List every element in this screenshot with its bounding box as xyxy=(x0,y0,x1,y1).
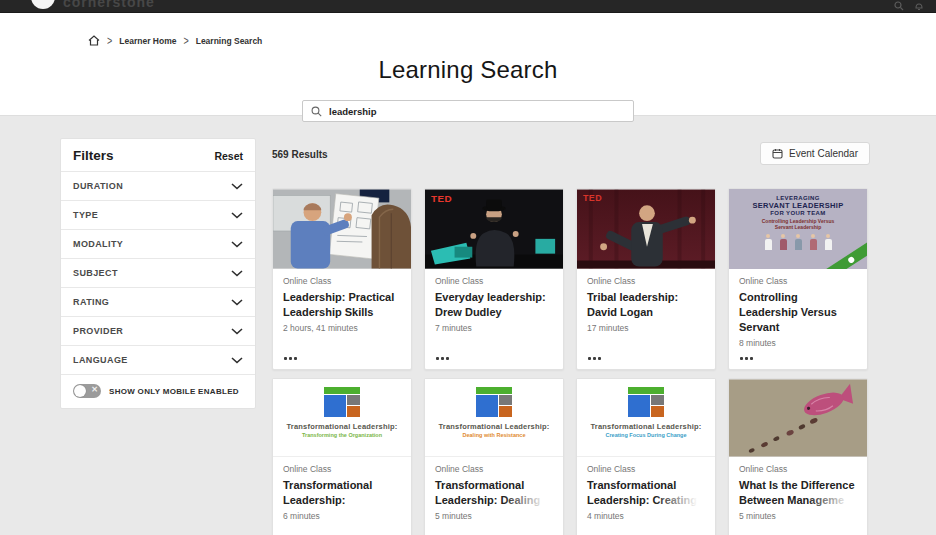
search-icon xyxy=(311,106,322,117)
course-card[interactable]: Transformational Leadership: Transformin… xyxy=(272,378,412,535)
course-thumbnail xyxy=(729,379,867,457)
course-type: Online Class xyxy=(435,464,553,474)
course-card[interactable]: TED Online Class Everyday leadership: Dr… xyxy=(424,188,564,370)
mosaic-logo xyxy=(324,387,360,417)
thumb-subtitle: Creating Focus During Change xyxy=(577,432,715,438)
notifications-bell-icon[interactable] xyxy=(914,1,924,11)
course-type: Online Class xyxy=(435,276,553,286)
course-duration: 6 minutes xyxy=(283,511,401,521)
filter-section-modality[interactable]: MODALITY xyxy=(61,229,255,258)
course-thumbnail: Transformational Leadership: Transformin… xyxy=(273,379,411,457)
filter-section-provider[interactable]: PROVIDER xyxy=(61,316,255,345)
more-options-icon[interactable] xyxy=(740,357,753,360)
thumb-subtitle: Dealing with Resistance xyxy=(425,432,563,438)
ted-logo: TED xyxy=(431,193,452,204)
course-type: Online Class xyxy=(739,276,857,286)
course-card[interactable]: LEVERAGING SERVANT LEADERSHIP FOR YOUR T… xyxy=(728,188,868,370)
home-icon[interactable] xyxy=(88,35,100,46)
more-options-icon[interactable] xyxy=(588,357,601,360)
course-card[interactable]: Transformational Leadership: Creating Fo… xyxy=(576,378,716,535)
breadcrumb-separator: > xyxy=(107,34,112,48)
course-card[interactable]: TED Online Class Tribal leadership: Davi… xyxy=(576,188,716,370)
breadcrumb-learning-search[interactable]: Learning Search xyxy=(196,36,263,46)
course-thumbnail: Transformational Leadership: Creating Fo… xyxy=(577,379,715,457)
course-duration: 8 minutes xyxy=(739,338,857,348)
mobile-enabled-toggle[interactable]: ✕ xyxy=(73,384,101,398)
poster-line: SERVANT LEADERSHIP xyxy=(729,201,867,210)
course-card[interactable]: Transformational Leadership: Dealing wit… xyxy=(424,378,564,535)
course-type: Online Class xyxy=(283,276,401,286)
chevron-down-icon xyxy=(231,270,243,277)
poster-line: FOR YOUR TEAM xyxy=(729,210,867,216)
filter-label: DURATION xyxy=(73,181,123,191)
course-duration: 4 minutes xyxy=(587,511,705,521)
breadcrumb-learner-home[interactable]: Learner Home xyxy=(119,36,176,46)
filter-label: LANGUAGE xyxy=(73,355,128,365)
mosaic-logo xyxy=(628,387,664,417)
course-title[interactable]: Leadership: Practical Leadership Skills xyxy=(283,290,401,320)
toggle-off-x-icon: ✕ xyxy=(91,385,98,394)
breadcrumb: > Learner Home > Learning Search xyxy=(88,35,262,46)
course-type: Online Class xyxy=(739,464,857,474)
search-icon[interactable] xyxy=(894,1,904,11)
course-title[interactable]: Transformational Leadership: Dealing xyxy=(435,478,553,508)
course-type: Online Class xyxy=(587,464,705,474)
course-title[interactable]: Tribal leadership: David Logan xyxy=(587,290,705,320)
poster-figures xyxy=(729,234,867,250)
top-navigation-bar: cornerstone xyxy=(0,0,936,13)
brand-name: cornerstone xyxy=(63,0,155,10)
brand-logo[interactable] xyxy=(31,0,55,9)
course-type: Online Class xyxy=(587,276,705,286)
course-card[interactable]: Online Class What Is the Difference Betw… xyxy=(728,378,868,535)
search-bar[interactable] xyxy=(302,100,634,122)
thumb-title: Transformational Leadership: xyxy=(425,422,563,431)
course-duration: 5 minutes xyxy=(435,511,553,521)
filter-section-language[interactable]: LANGUAGE xyxy=(61,345,255,374)
course-card[interactable]: Online Class Leadership: Practical Leade… xyxy=(272,188,412,370)
filter-section-subject[interactable]: SUBJECT xyxy=(61,258,255,287)
chevron-down-icon xyxy=(231,183,243,190)
course-duration: 5 minutes xyxy=(739,511,857,521)
course-title[interactable]: What Is the Difference Between Manageme xyxy=(739,478,857,508)
search-input[interactable] xyxy=(329,106,625,117)
filter-section-rating[interactable]: RATING xyxy=(61,287,255,316)
event-calendar-button[interactable]: Event Calendar xyxy=(760,142,870,165)
filters-reset-button[interactable]: Reset xyxy=(214,150,243,162)
mobile-enabled-toggle-label: SHOW ONLY MOBILE ENABLED xyxy=(109,387,239,396)
more-options-icon[interactable] xyxy=(436,357,449,360)
course-thumbnail: TED xyxy=(577,189,715,269)
more-options-icon[interactable] xyxy=(284,357,297,360)
course-title[interactable]: Everyday leadership: Drew Dudley xyxy=(435,290,553,320)
course-thumbnail: LEVERAGING SERVANT LEADERSHIP FOR YOUR T… xyxy=(729,189,867,269)
course-title[interactable]: Transformational Leadership: xyxy=(283,478,401,508)
thumb-title: Transformational Leadership: xyxy=(577,422,715,431)
event-calendar-label: Event Calendar xyxy=(789,148,858,159)
course-thumbnail xyxy=(273,189,411,269)
course-duration: 17 minutes xyxy=(587,323,705,333)
course-duration: 7 minutes xyxy=(435,323,553,333)
course-type: Online Class xyxy=(283,464,401,474)
filters-title: Filters xyxy=(73,148,114,163)
course-title[interactable]: Transformational Leadership: Creating xyxy=(587,478,705,508)
ted-logo: TED xyxy=(583,193,602,203)
page-header: > Learner Home > Learning Search Learnin… xyxy=(0,13,936,116)
results-grid: Online Class Leadership: Practical Leade… xyxy=(272,188,868,535)
page-title: Learning Search xyxy=(0,56,936,84)
calendar-icon xyxy=(772,148,783,159)
chevron-down-icon xyxy=(231,212,243,219)
course-thumbnail: Transformational Leadership: Dealing wit… xyxy=(425,379,563,457)
filter-label: PROVIDER xyxy=(73,326,123,336)
filters-panel: Filters Reset DURATION TYPE MODALITY SUB… xyxy=(60,138,256,409)
chevron-down-icon xyxy=(231,357,243,364)
breadcrumb-separator: > xyxy=(183,34,188,48)
filter-section-duration[interactable]: DURATION xyxy=(61,171,255,200)
filter-label: SUBJECT xyxy=(73,268,118,278)
course-duration: 2 hours, 41 minutes xyxy=(283,323,401,333)
thumb-subtitle: Transforming the Organization xyxy=(273,432,411,438)
course-thumbnail: TED xyxy=(425,189,563,269)
filter-section-type[interactable]: TYPE xyxy=(61,200,255,229)
course-title[interactable]: Controlling Leadership Versus Servant xyxy=(739,290,857,335)
filter-label: TYPE xyxy=(73,210,98,220)
chevron-down-icon xyxy=(231,299,243,306)
chevron-down-icon xyxy=(231,328,243,335)
